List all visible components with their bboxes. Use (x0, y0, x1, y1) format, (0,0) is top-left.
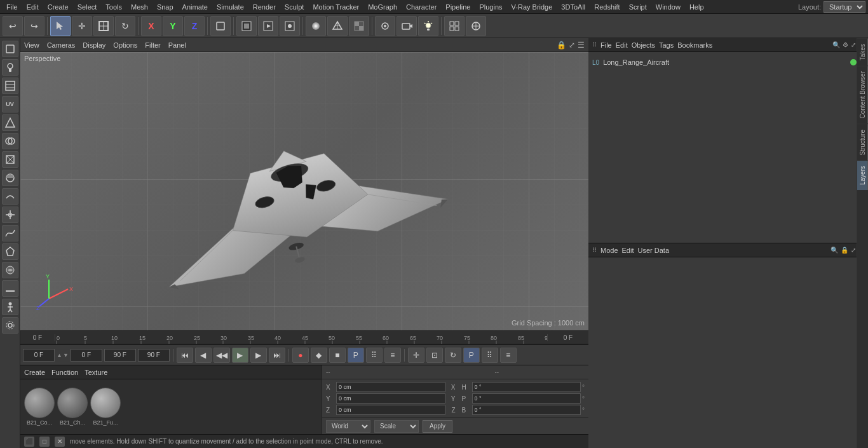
layout-dropdown[interactable]: Startup (824, 1, 865, 13)
viewport-menu-icon[interactable]: ☰ (578, 41, 585, 50)
sculpt-tool-button[interactable] (2, 262, 18, 278)
undo-button[interactable]: ↩ (3, 16, 23, 36)
obj-objects-menu[interactable]: Objects (632, 41, 655, 49)
end-frame-input2[interactable] (138, 349, 170, 362)
step-back-button[interactable]: ◀ (195, 348, 212, 363)
settings-button[interactable] (2, 317, 18, 334)
y-axis-button[interactable]: Y (163, 16, 183, 36)
move-button[interactable]: ✛ (72, 16, 92, 36)
floor-button[interactable] (2, 280, 18, 297)
timeline[interactable]: 0 F 0 5 10 15 20 25 (20, 330, 588, 344)
objects-expand-icon[interactable]: ⤢ (851, 41, 856, 48)
xref-button[interactable] (2, 151, 18, 168)
wireframe-button[interactable] (327, 16, 348, 36)
stop-button[interactable]: ■ (329, 348, 346, 363)
go-to-start-button[interactable]: ⏮ (177, 348, 193, 363)
rotate-tool-pb[interactable]: ↻ (445, 348, 461, 363)
play-reverse-button[interactable]: ◀◀ (214, 348, 230, 363)
viewport-lock-icon[interactable]: 🔒 (557, 41, 566, 50)
deform-button[interactable] (2, 188, 18, 205)
redo-button[interactable]: ↪ (24, 16, 44, 36)
menu-animate[interactable]: Animate (179, 2, 212, 12)
timeline-view-button[interactable]: ≡ (384, 348, 401, 363)
gouraud-button[interactable] (306, 16, 326, 36)
go-to-end-button[interactable]: ⏭ (269, 348, 285, 363)
filter-menu[interactable]: Filter (145, 41, 160, 49)
status-icon-close[interactable]: ✕ (55, 437, 65, 447)
objects-settings-icon[interactable]: ⚙ (843, 41, 848, 48)
world-dropdown[interactable]: World (326, 420, 370, 433)
paint-button[interactable] (2, 59, 18, 76)
polygon-button[interactable] (2, 243, 18, 260)
obj-bookmarks-menu[interactable]: Bookmarks (677, 41, 712, 49)
menu-motion-tracker[interactable]: Motion Tracker (309, 2, 363, 12)
scale-button[interactable] (93, 16, 114, 36)
viewport-solo-button[interactable] (466, 16, 486, 36)
render-region-button[interactable] (236, 16, 257, 36)
menu-create[interactable]: Create (44, 2, 72, 12)
attr-lock-icon[interactable]: 🔒 (841, 247, 848, 254)
render-active-button[interactable] (258, 16, 278, 36)
obj-tags-menu[interactable]: Tags (659, 41, 674, 49)
material-item-2[interactable]: B21_Ch... (57, 388, 88, 426)
move-tool-pb[interactable]: ✛ (408, 348, 424, 363)
tab-content-browser[interactable]: Content Browser (857, 65, 868, 123)
record-button[interactable]: ● (292, 348, 309, 363)
mat-function-menu[interactable]: Function (51, 369, 78, 376)
menu-simulate[interactable]: Simulate (213, 2, 248, 12)
viewport-expand-icon[interactable]: ⤢ (569, 41, 575, 50)
last-btn-pb[interactable]: ≡ (500, 348, 517, 363)
obj-file-menu[interactable]: File (600, 41, 612, 49)
apply-button[interactable]: Apply (423, 420, 452, 433)
menu-snap[interactable]: Snap (153, 2, 177, 12)
material-item-3[interactable]: B21_Fu... (90, 388, 121, 426)
menu-script[interactable]: Script (625, 2, 651, 12)
menu-pipeline[interactable]: Pipeline (442, 2, 474, 12)
attr-expand-icon[interactable]: ⤢ (851, 247, 856, 254)
select-mode-button[interactable] (50, 16, 71, 36)
spline-button[interactable] (2, 225, 18, 241)
mat-texture-menu[interactable]: Texture (85, 369, 107, 376)
cameras-menu[interactable]: Cameras (47, 41, 76, 49)
panel-menu[interactable]: Panel (168, 41, 186, 49)
material-item-1[interactable]: B21_Co... (24, 388, 55, 426)
camera-button[interactable] (397, 16, 417, 36)
menu-vray[interactable]: V-Ray Bridge (508, 2, 557, 12)
boolean-button[interactable] (2, 133, 18, 149)
visibility-dot-green[interactable] (850, 59, 857, 65)
snapping-button[interactable] (375, 16, 395, 36)
x-axis-button[interactable]: X (141, 16, 161, 36)
menu-render[interactable]: Render (249, 2, 280, 12)
menu-tools[interactable]: Tools (102, 2, 126, 12)
z-axis-button[interactable]: Z (184, 16, 205, 36)
attr-edit-menu[interactable]: Edit (622, 247, 634, 254)
material-tool-button[interactable] (2, 170, 18, 186)
motion-clip-button[interactable]: P (348, 348, 364, 363)
rotate-button[interactable]: ↻ (115, 16, 135, 36)
scale-dropdown[interactable]: Scale (374, 420, 419, 433)
current-frame-input[interactable] (23, 349, 55, 362)
x-pos-input[interactable] (336, 382, 445, 392)
menu-file[interactable]: File (3, 2, 22, 12)
menu-help[interactable]: Help (686, 2, 708, 12)
attr-user-data-menu[interactable]: User Data (638, 247, 670, 254)
menu-select[interactable]: Select (74, 2, 101, 12)
guide-button[interactable] (2, 207, 18, 223)
y-pos-input[interactable] (336, 393, 445, 404)
tab-takes[interactable]: Takes (857, 38, 868, 65)
grid-tool-pb[interactable]: ⠿ (482, 348, 498, 363)
keyframe-button[interactable]: ◆ (311, 348, 327, 363)
tab-structure[interactable]: Structure (857, 124, 868, 161)
mat-create-menu[interactable]: Create (24, 369, 45, 376)
scale-tool-pb[interactable]: ⊡ (426, 348, 443, 363)
attr-search-icon[interactable]: 🔍 (831, 247, 838, 254)
p-input[interactable] (472, 393, 581, 404)
options-menu[interactable]: Options (113, 41, 137, 49)
menu-mesh[interactable]: Mesh (127, 2, 152, 12)
object-tool-button[interactable] (2, 41, 18, 57)
viewport[interactable]: X Y Z Perspective Grid Spacing : 1000 cm (20, 52, 588, 330)
character-tool-button[interactable] (2, 299, 18, 315)
search-icon[interactable]: 🔍 (832, 41, 840, 48)
snap-tool-pb[interactable]: P (463, 348, 480, 363)
texture-button[interactable] (349, 16, 369, 36)
